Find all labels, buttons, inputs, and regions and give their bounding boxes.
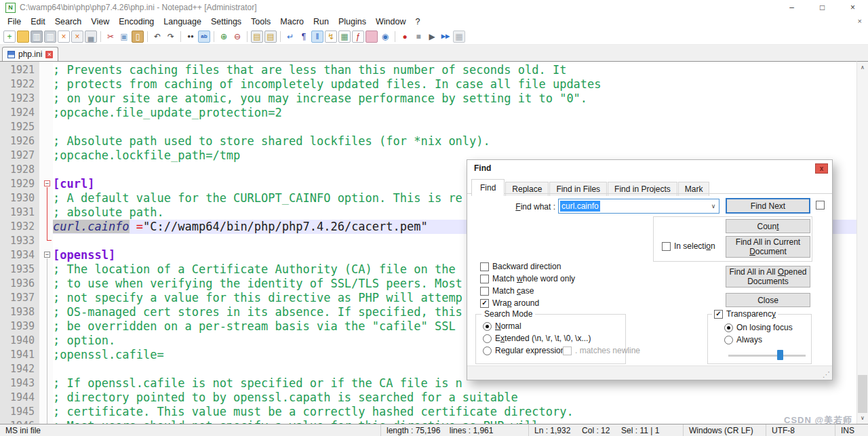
- replace-icon[interactable]: ab: [198, 31, 210, 43]
- in-selection-checkbox[interactable]: In selection: [662, 241, 715, 251]
- scroll-up-icon[interactable]: ∧: [857, 62, 868, 73]
- find-icon[interactable]: ●●: [184, 31, 197, 43]
- zoom-in-icon[interactable]: ⊕: [218, 31, 230, 43]
- status-length-lines: length : 75,196 lines : 1,961: [380, 424, 528, 436]
- menu-item-file[interactable]: File: [3, 16, 26, 28]
- tab-label: php.ini: [18, 49, 42, 59]
- undo-icon[interactable]: ↶: [151, 31, 163, 43]
- folder-as-workspace-icon[interactable]: [366, 31, 378, 43]
- transparency-slider[interactable]: [728, 350, 806, 361]
- show-all-characters-icon[interactable]: ¶: [298, 31, 310, 43]
- close-all-documents-icon[interactable]: ×: [71, 31, 83, 43]
- toolbar-separator: [247, 31, 248, 42]
- menu-item-help[interactable]: ?: [410, 16, 425, 28]
- find-dialog-title: Find: [467, 160, 832, 176]
- print-icon[interactable]: ▄: [85, 31, 97, 43]
- save-icon[interactable]: ▥: [31, 31, 43, 43]
- close-document-icon[interactable]: ×: [58, 31, 70, 43]
- always-radio[interactable]: Always: [724, 335, 762, 344]
- sync-vertical-scrolling-icon[interactable]: ▤: [251, 31, 263, 43]
- tab-close-icon[interactable]: ✕: [45, 51, 53, 58]
- document-monitoring-icon[interactable]: ◉: [379, 31, 391, 43]
- count-button[interactable]: Count: [726, 219, 810, 233]
- status-eol-format[interactable]: Windows (CR LF): [683, 424, 766, 436]
- two-buttons-mode-checkbox[interactable]: [816, 201, 825, 210]
- macro-record-icon[interactable]: ●: [399, 31, 411, 43]
- search-mode-normal-radio[interactable]: Normal: [483, 321, 521, 331]
- dialog-close-icon[interactable]: x: [815, 163, 828, 174]
- match-whole-word-checkbox[interactable]: Match whole word only: [480, 274, 575, 283]
- fold-marker-openssl[interactable]: −: [44, 252, 50, 258]
- tab-php-ini[interactable]: php.ini ✕: [2, 47, 58, 61]
- toolbar-separator: [214, 31, 214, 42]
- fold-marker-curl[interactable]: −: [44, 180, 50, 186]
- menu-item-tools[interactable]: Tools: [246, 16, 275, 28]
- close-icon[interactable]: ×: [837, 0, 868, 15]
- scroll-down-icon[interactable]: ∨: [857, 412, 868, 424]
- save-all-icon[interactable]: ▥: [44, 31, 56, 43]
- editor-line-1922: 1922; protects from caching of incomplet…: [0, 77, 856, 92]
- redo-icon[interactable]: ↷: [165, 31, 177, 43]
- word-wrap-icon[interactable]: ↵: [284, 31, 296, 43]
- macro-stop-icon[interactable]: ■: [412, 31, 425, 43]
- editor-line-1926: 1926; Absolute path used to store shared…: [0, 134, 856, 148]
- close-button[interactable]: Close: [726, 293, 810, 307]
- cut-icon[interactable]: ✂: [104, 31, 117, 43]
- combo-dropdown-icon[interactable]: ∨: [708, 203, 719, 210]
- doc-switcher-icon[interactable]: ↯: [325, 31, 337, 43]
- search-mode-regex-radio[interactable]: Regular expression: [483, 346, 565, 355]
- menu-item-settings[interactable]: Settings: [206, 16, 246, 28]
- indent-guide-icon[interactable]: ‖: [311, 31, 323, 43]
- paste-icon[interactable]: ▯: [132, 31, 144, 43]
- open-folder-icon[interactable]: [17, 31, 29, 43]
- minimize-icon[interactable]: –: [776, 0, 807, 15]
- find-what-combobox[interactable]: curl.cainfo ∨: [558, 199, 719, 214]
- find-dialog: Find x FindReplaceFind in FilesFind in P…: [467, 159, 833, 380]
- macro-save-icon[interactable]: ▦: [453, 31, 465, 43]
- menu-item-language[interactable]: Language: [159, 16, 206, 28]
- on-losing-focus-radio[interactable]: On losing focus: [724, 323, 793, 332]
- find-all-current-document-button[interactable]: Find All in Current Document: [726, 236, 810, 258]
- backward-direction-checkbox[interactable]: Backward direction: [480, 262, 561, 271]
- resize-grip-icon[interactable]: ⋰: [823, 370, 830, 379]
- search-mode-group: Search Mode Normal Extended (\n, \r, \t,…: [475, 314, 626, 364]
- menu-item-window[interactable]: Window: [371, 16, 410, 28]
- find-next-button[interactable]: Find Next: [726, 198, 810, 214]
- search-mode-label: Search Mode: [481, 309, 535, 319]
- maximize-icon[interactable]: □: [807, 0, 837, 15]
- find-all-opened-documents-button[interactable]: Find All in All Opened Documents: [726, 266, 810, 288]
- vertical-scrollbar[interactable]: ∧ ∨: [856, 61, 868, 424]
- zoom-out-icon[interactable]: ⊖: [231, 31, 243, 43]
- menu-item-view[interactable]: View: [86, 16, 114, 28]
- match-case-checkbox[interactable]: Match case: [480, 286, 534, 296]
- editor-line-1924: 1924;opcache.file_update_protection=2: [0, 106, 856, 120]
- macro-run-multiple-icon[interactable]: ▶▶: [439, 31, 452, 43]
- scrollbar-thumb[interactable]: [858, 375, 867, 413]
- new-file-icon[interactable]: +: [3, 31, 16, 43]
- search-mode-extended-radio[interactable]: Extended (\n, \r, \t, \0, \x...): [483, 334, 591, 343]
- slider-thumb[interactable]: [777, 350, 783, 360]
- menu-item-plugins[interactable]: Plugins: [334, 16, 371, 28]
- editor-line-1923: 1923; on your site are atomic, you may i…: [0, 92, 856, 106]
- toolbar-separator: [147, 31, 148, 42]
- transparency-group: ✓ Transparency On losing focus Always: [707, 314, 812, 364]
- dot-matches-newline-checkbox[interactable]: . matches newline: [563, 346, 640, 355]
- menu-item-search[interactable]: Search: [50, 16, 87, 28]
- sync-horizontal-scrolling-icon[interactable]: ▤: [264, 31, 277, 43]
- find-what-value: curl.cainfo: [560, 201, 600, 212]
- menu-item-edit[interactable]: Edit: [26, 16, 50, 28]
- find-tab-find[interactable]: Find: [471, 179, 505, 196]
- menu-item-encoding[interactable]: Encoding: [114, 16, 159, 28]
- editor-line-1921: 1921; Prevents caching files that are le…: [0, 63, 856, 77]
- function-list-icon[interactable]: ƒ: [352, 31, 364, 43]
- transparency-checkbox[interactable]: ✓ Transparency: [712, 309, 778, 319]
- editor-line-1925: 1925: [0, 120, 856, 134]
- menu-item-macro[interactable]: Macro: [275, 16, 309, 28]
- csdn-watermark: CSDN @美若师: [784, 414, 852, 427]
- document-map-icon[interactable]: ▦: [338, 31, 351, 43]
- menu-close-icon[interactable]: ×: [858, 17, 862, 25]
- copy-icon[interactable]: ▣: [118, 31, 130, 43]
- menu-item-run[interactable]: Run: [309, 16, 334, 28]
- wrap-around-checkbox[interactable]: ✓ Wrap around: [480, 298, 539, 308]
- macro-play-icon[interactable]: ▶: [426, 31, 438, 43]
